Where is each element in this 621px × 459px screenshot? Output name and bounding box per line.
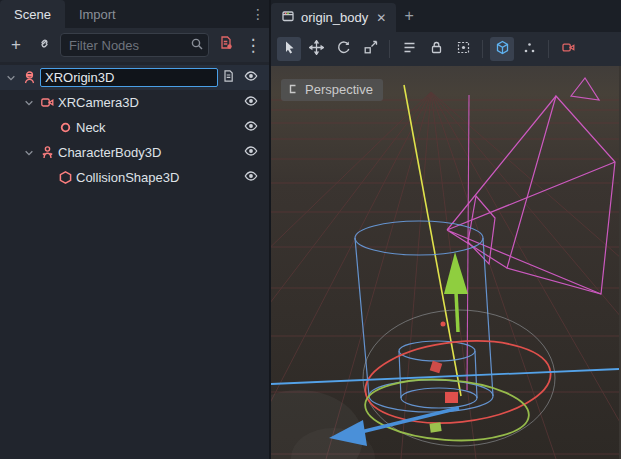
add-node-button[interactable]: + <box>4 33 28 57</box>
scene-tab-origin-body[interactable]: origin_body ✕ <box>271 3 396 32</box>
scene-tree: XRCamera3D Neck Charac <box>0 62 269 459</box>
scene-dock: Scene Import ⋮ + <box>0 0 271 459</box>
lock-icon <box>429 40 444 58</box>
instance-scene-link-icon <box>37 35 52 55</box>
eye-icon[interactable] <box>243 118 259 137</box>
rotate-tool-button[interactable] <box>331 37 355 61</box>
chevron-down-icon[interactable] <box>4 73 18 83</box>
row-end <box>243 118 259 137</box>
group-icon <box>456 40 471 58</box>
node-rename-input[interactable] <box>40 68 218 87</box>
move-tool-button[interactable] <box>304 37 328 61</box>
perspective-label: Perspective <box>305 82 373 97</box>
node-name: Neck <box>76 120 106 135</box>
node-name: XRCamera3D <box>58 95 139 110</box>
instance-scene-button[interactable] <box>32 33 56 57</box>
tab-import-label: Import <box>79 7 116 22</box>
view-menu-icon <box>289 82 299 97</box>
tab-scene[interactable]: Scene <box>0 0 65 28</box>
scene-tree-menu-button[interactable]: ⋮ <box>241 33 265 57</box>
scale-tool-icon <box>363 40 378 58</box>
marker-ring-icon <box>57 120 73 136</box>
chevron-down-icon[interactable] <box>22 98 36 108</box>
scene-toolbar: + ⋮ <box>0 28 269 62</box>
perspective-menu-button[interactable]: Perspective <box>281 79 383 101</box>
scene-dock-tabbar: Scene Import ⋮ <box>0 0 269 28</box>
local-space-toggle[interactable] <box>490 37 514 61</box>
select-tool-button[interactable] <box>277 37 301 61</box>
toolbar-separator <box>482 40 483 58</box>
row-end <box>243 143 259 162</box>
lock-button[interactable] <box>424 37 448 61</box>
scene-tab-icon <box>281 9 295 26</box>
tab-scene-label: Scene <box>14 7 51 22</box>
add-icon: + <box>405 7 414 25</box>
eye-icon[interactable] <box>243 143 259 162</box>
new-scene-tab-button[interactable]: + <box>396 0 422 32</box>
scale-tool-button[interactable] <box>358 37 382 61</box>
eye-icon[interactable] <box>243 68 259 87</box>
group-button[interactable] <box>451 37 475 61</box>
collision-shape-icon <box>57 170 73 186</box>
tree-row-collisionshape3d[interactable]: CollisionShape3D <box>0 165 269 190</box>
snap-toggle[interactable] <box>517 37 541 61</box>
main-editor: origin_body ✕ + <box>271 0 621 459</box>
xr-origin-icon <box>21 70 37 86</box>
filter-nodes-field <box>60 33 209 57</box>
tree-row-xrcamera3d[interactable]: XRCamera3D <box>0 90 269 115</box>
preview-camera-button[interactable] <box>556 37 580 61</box>
vertical-dots-icon: ⋮ <box>245 35 262 56</box>
node-name: CollisionShape3D <box>76 170 179 185</box>
add-node-icon: + <box>11 35 21 55</box>
toolbar-separator <box>548 40 549 58</box>
attach-script-icon <box>218 35 233 55</box>
node-name: CharacterBody3D <box>58 145 161 160</box>
eye-icon[interactable] <box>243 93 259 112</box>
character-body-icon <box>39 145 55 161</box>
tab-import[interactable]: Import <box>65 0 130 28</box>
row-end <box>243 168 259 187</box>
scene-tabs-bar: origin_body ✕ + <box>271 0 621 32</box>
tree-row-xrorigin3d[interactable] <box>0 65 269 90</box>
script-icon[interactable] <box>221 69 235 86</box>
move-tool-icon <box>309 40 324 58</box>
tree-row-neck[interactable]: Neck <box>0 115 269 140</box>
rotate-tool-icon <box>336 40 351 58</box>
dock-menu-button[interactable]: ⋮ <box>247 0 269 28</box>
toolbar-separator <box>389 40 390 58</box>
close-icon[interactable]: ✕ <box>374 9 388 27</box>
scene-tab-label: origin_body <box>301 10 368 25</box>
select-tool-icon <box>282 40 297 58</box>
xr-camera-icon <box>39 95 55 111</box>
row-end <box>243 93 259 112</box>
chevron-down-icon[interactable] <box>22 148 36 158</box>
preview-camera-icon <box>561 40 576 58</box>
vertical-dots-icon: ⋮ <box>251 6 265 22</box>
row-end <box>221 68 259 87</box>
selection-list-icon <box>402 40 417 58</box>
snap-icon <box>522 40 537 58</box>
viewport-toolbar <box>271 32 621 66</box>
local-space-icon <box>495 40 510 58</box>
3d-viewport[interactable]: Perspective <box>271 66 621 459</box>
selection-list-button[interactable] <box>397 37 421 61</box>
search-icon <box>190 37 204 54</box>
attach-script-button[interactable] <box>213 33 237 57</box>
tree-row-characterbody3d[interactable]: CharacterBody3D <box>0 140 269 165</box>
eye-icon[interactable] <box>243 168 259 187</box>
filter-nodes-input[interactable] <box>60 33 209 57</box>
